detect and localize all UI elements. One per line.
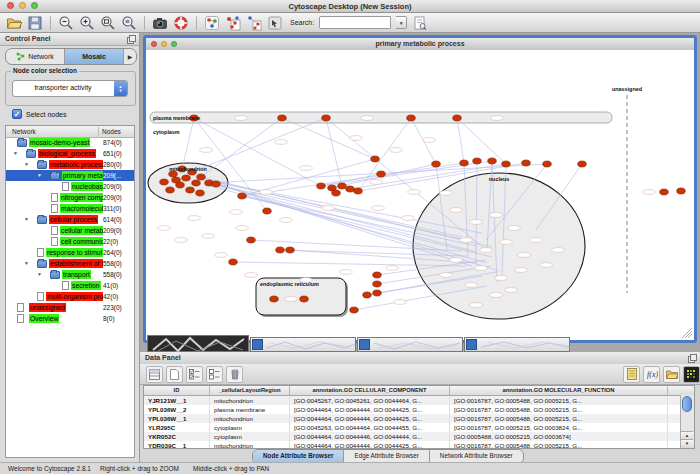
table-cell: [GO:0016787, GO:0005488, GO:0005215, G..… [450, 441, 668, 449]
status-zoom-hint: Right-click + drag to ZOOM [100, 465, 179, 472]
attribute-table-icon[interactable] [146, 366, 163, 383]
tree-expander-icon[interactable]: ▼ [37, 172, 42, 178]
annotation-icon[interactable] [267, 15, 283, 31]
tree-row-label: primary metabo [62, 171, 103, 180]
open-session-icon[interactable] [6, 15, 22, 31]
tree-row[interactable]: ▼cellular process614(0) [6, 214, 134, 225]
zoom-selected-icon[interactable] [100, 15, 116, 31]
tree-expander-icon[interactable]: ▼ [13, 150, 18, 156]
select-nodes-checkbox[interactable]: ✓ [12, 109, 22, 119]
tree-row[interactable]: unassigned223(0) [6, 302, 134, 313]
table-row[interactable]: YJR121W__1mitochondrion[GO:0045267, GO:0… [144, 396, 694, 405]
tree-row[interactable]: ▼transport558(0) [6, 269, 134, 280]
table-cell: [GO:0016787, GO:0005215, GO:0003824, G..… [450, 423, 668, 432]
float-panel-icon[interactable] [688, 354, 696, 362]
tree-expander-icon[interactable]: ▼ [24, 260, 29, 266]
app-title: Cytoscape Desktop (New Session) [0, 2, 700, 11]
edge-network-icon[interactable] [246, 15, 262, 31]
page-icon [51, 226, 58, 235]
tree-row[interactable]: response to stimul264(0) [6, 247, 134, 258]
tree-row[interactable]: ▼primary metabo209(... [6, 170, 134, 181]
tree-row-count: 223(0) [103, 304, 122, 311]
table-row[interactable]: YPL036W__2plasma membrane[GO:0044464, GO… [144, 405, 694, 414]
new-attribute-icon[interactable] [166, 366, 183, 383]
tree-row-label: multi-organism pro [46, 292, 103, 301]
tree-row-label: biological_process [38, 149, 96, 158]
tree-expander-icon[interactable]: ▼ [37, 271, 42, 277]
tree-col-network: Network [12, 128, 36, 135]
float-panel-icon[interactable] [127, 35, 135, 43]
table-cell: [GO:0044464, GO:0044444, GO:0044425, G..… [290, 441, 450, 449]
tree-col-divider[interactable] [98, 127, 99, 136]
select-nodes-label: Select nodes [26, 111, 66, 118]
vizmapper-icon[interactable] [204, 15, 220, 31]
tree-row[interactable]: nucleobase-209(0) [6, 181, 134, 192]
tabs-overflow-arrow[interactable]: ▶ [124, 49, 136, 64]
col-header-cellular-component[interactable]: annotation.GO CELLULAR_COMPONENT [290, 386, 450, 395]
snapshot-icon[interactable] [152, 15, 168, 31]
minimized-view-window[interactable] [464, 337, 570, 352]
attribute-editor-icon[interactable] [623, 366, 640, 383]
import-attributes-icon[interactable] [663, 366, 680, 383]
table-row[interactable]: YKR052Ccytoplasm[GO:0044464, GO:0044446,… [144, 432, 694, 441]
layout-network-icon[interactable] [225, 15, 241, 31]
table-cell: mitochondrion [210, 396, 290, 405]
tree-expander-icon[interactable]: ▼ [24, 216, 29, 222]
minimized-window-icon [252, 339, 263, 350]
col-header-id[interactable]: ID [144, 386, 210, 395]
delete-attribute-icon[interactable] [226, 366, 243, 383]
network-view-window[interactable]: primary metabolic process plasma membran… [143, 35, 697, 343]
tree-row[interactable]: ▼biological_process651(0) [6, 148, 134, 159]
tree-row[interactable]: nitrogen compo209(0) [6, 192, 134, 203]
tab-mosaic[interactable]: Mosaic [65, 49, 124, 64]
tree-row-count: 614(0) [103, 216, 122, 223]
tree-expander-icon[interactable]: ▼ [24, 161, 29, 167]
tree-row[interactable]: multi-organism pro42(0) [6, 291, 134, 302]
tree-row[interactable]: cellular metabo209(0) [6, 225, 134, 236]
save-session-icon[interactable] [27, 15, 43, 31]
tree-row[interactable]: Overview8(0) [6, 313, 134, 324]
table-cell: YPL036W__2 [144, 405, 210, 414]
network-canvas-area[interactable]: plasma membranecytoplasmmitochondrionnuc… [146, 50, 694, 340]
tree-row[interactable]: secretion41(0) [6, 280, 134, 291]
col-header-molecular-function[interactable]: annotation.GO MOLECULAR_FUNCTION [450, 386, 668, 395]
table-row[interactable]: YPL036W__1mitochondrion[GO:0044464, GO:0… [144, 414, 694, 423]
zoom-in-icon[interactable] [79, 15, 95, 31]
zoom-fit-icon[interactable] [121, 15, 137, 31]
tab-network[interactable]: Network [6, 49, 65, 64]
tree-row[interactable]: mosaic-demo-yeast874(0) [6, 137, 134, 148]
search-label: Search: [290, 19, 314, 26]
table-row[interactable]: YDR039C__1mitochondrion[GO:0044464, GO:0… [144, 441, 694, 449]
search-advanced-icon[interactable] [412, 15, 428, 31]
tree-row-label: macromolecule [60, 204, 103, 213]
tree-row[interactable]: ▼metabolic process280(0) [6, 159, 134, 170]
tree-row-count: 280(0) [103, 161, 122, 168]
tree-row[interactable]: ▼establishment of lo558(0) [6, 258, 134, 269]
page-icon [37, 248, 44, 257]
tree-row-count: 209(0) [103, 227, 122, 234]
unselect-attributes-icon[interactable] [206, 366, 223, 383]
minimized-view-thumbnail[interactable] [147, 335, 249, 352]
tree-row[interactable]: cell communicat22(0) [6, 236, 134, 247]
minimized-view-window[interactable] [250, 337, 356, 352]
scrollbar-thumb[interactable] [682, 396, 692, 412]
help-icon[interactable] [173, 15, 189, 31]
function-builder-icon[interactable]: f(x) [643, 366, 660, 383]
tree-row-label: Overview [29, 314, 59, 323]
zoom-out-icon[interactable] [58, 15, 74, 31]
minimized-view-window[interactable] [357, 337, 463, 352]
table-scrollbar[interactable]: ▲ ▼ [680, 395, 694, 448]
control-panel-tabs: Network Mosaic ▶ [5, 48, 137, 65]
search-dropdown-icon[interactable]: ▼ [396, 16, 407, 29]
heatmap-icon[interactable] [683, 366, 700, 383]
search-input[interactable] [319, 16, 391, 29]
tree-row-count: 22(0) [103, 238, 118, 245]
table-row[interactable]: YLR295Ccytoplasm[GO:0045263, GO:0044464,… [144, 423, 694, 432]
select-attributes-icon[interactable] [186, 366, 203, 383]
tree-row[interactable]: macromolecule311(0) [6, 203, 134, 214]
network-canvas[interactable]: plasma membranecytoplasmmitochondrionnuc… [146, 50, 694, 340]
scroll-down-icon[interactable]: ▼ [681, 439, 693, 448]
node-color-dropdown[interactable]: transporter activity ▲▼ [12, 80, 128, 97]
col-header-region[interactable]: _cellularLayoutRegion [210, 386, 290, 395]
select-nodes-checkbox-row: ✓ Select nodes [12, 109, 66, 119]
